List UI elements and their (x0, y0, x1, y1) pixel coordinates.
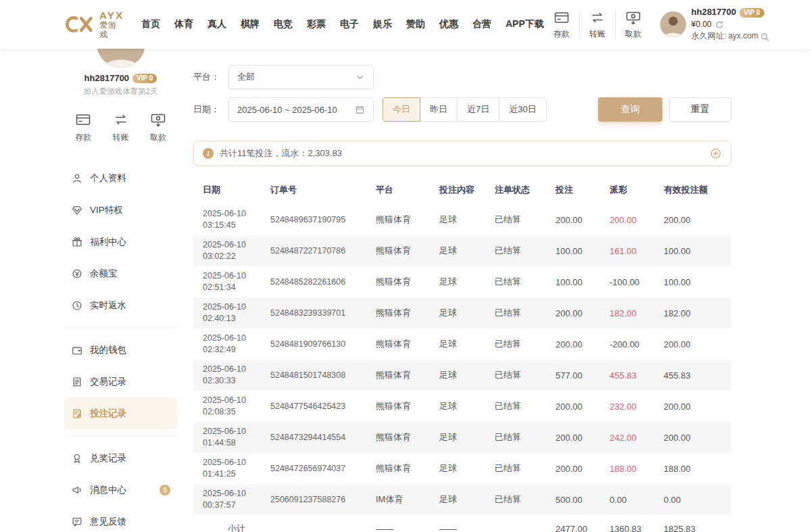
cell-status: 已结算 (495, 493, 556, 506)
cell-order-number: 5248481501748308 (270, 370, 376, 380)
nav-partnership[interactable]: 合营 (472, 18, 491, 30)
cell-bet-content: 足球 (439, 307, 495, 319)
sidebar-item-yuebao[interactable]: 余额宝 (64, 258, 177, 289)
header-right: 存款转账取款 hh2817700 VIP 0 ¥0.00 永久网址: ayx.c… (544, 6, 770, 43)
table-row[interactable]: 2025-06-1002:08:355248477546425423熊猫体育足球… (193, 391, 731, 422)
cell-status: 已结算 (495, 307, 556, 319)
coin-icon (71, 268, 83, 280)
cell-valid-bet: 188.00 (664, 464, 719, 474)
column-header: 注单状态 (495, 184, 556, 196)
bet-records-table: 日期订单号平台投注内容注单状态投注派彩有效投注额2025-06-1003:15:… (193, 176, 731, 532)
sidebar-transfer-button[interactable]: 转账 (105, 112, 137, 143)
nav-sports[interactable]: 体育 (174, 18, 193, 30)
header-transfer-button[interactable]: 转账 (579, 9, 615, 40)
table-row[interactable]: 2025-06-1002:30:335248481501748308熊猫体育足球… (193, 360, 731, 391)
reset-button[interactable]: 重置 (669, 97, 731, 122)
cell-payout: 455.83 (610, 370, 664, 381)
sidebar: hh2817700 VIP 0 加入爱游戏体育第2天 存款转账取款 个人资料VI… (64, 49, 177, 532)
cell-bet-amount: 577.00 (556, 370, 610, 381)
platform-select[interactable]: 全部 (228, 65, 374, 89)
cell-valid-bet: 200.00 (664, 215, 719, 225)
cell-order-number: 2506091237588276 (270, 495, 376, 504)
cell-payout: 0.00 (610, 495, 664, 505)
cell-bet-amount: 100.00 (556, 277, 610, 287)
date-range-input[interactable]: 2025-06-10 ~ 2025-06-10 (228, 97, 374, 122)
search-icon[interactable] (760, 32, 770, 42)
nav-entertainment[interactable]: 娱乐 (373, 18, 392, 30)
table-row[interactable]: 2025-06-1001:41:255248472656974037熊猫体育足球… (193, 453, 731, 484)
cell-bet-content: 足球 (439, 276, 495, 288)
table-row[interactable]: 2025-06-1001:44:585248473294414554熊猫体育足球… (193, 422, 731, 453)
table-row[interactable]: 2025-06-1002:51:345248485282261606熊猫体育足球… (193, 266, 731, 297)
sidebar-item-vip-privileges[interactable]: VIP特权 (64, 194, 177, 226)
footer-bet-total: 2477.00 (556, 524, 610, 532)
sidebar-withdraw-label: 取款 (150, 132, 166, 143)
sidebar-item-realtime-rebate[interactable]: 实时返水 (64, 289, 177, 321)
info-icon: i (203, 148, 214, 159)
cell-bet-content: 足球 (439, 369, 495, 381)
welfare-icon (71, 236, 83, 248)
cell-bet-content: 足球 (439, 493, 495, 506)
nav-app-download[interactable]: APP下载 (506, 18, 544, 30)
table-row[interactable]: 2025-06-1003:15:455248489637190795熊猫体育足球… (193, 204, 731, 235)
header-withdraw-button[interactable]: 取款 (615, 9, 651, 40)
refresh-balance-icon[interactable] (714, 20, 724, 30)
cell-order-number: 5248487227170786 (270, 246, 376, 256)
column-header: 日期 (203, 184, 270, 196)
nav-slots[interactable]: 电子 (340, 18, 359, 30)
nav-promotions[interactable]: 优惠 (439, 18, 458, 30)
sidebar-item-my-wallet[interactable]: 我的钱包 (64, 334, 177, 366)
range-last-7-days-button[interactable]: 近7日 (457, 97, 499, 122)
sidebar-quick-actions: 存款转账取款 (64, 112, 177, 143)
header-quick-actions: 存款转账取款 (544, 9, 651, 40)
table-row[interactable]: 2025-06-1000:37:572506091237588276IM体育足球… (193, 484, 731, 515)
search-button[interactable]: 查询 (598, 97, 662, 122)
expand-circle-icon[interactable] (710, 147, 722, 160)
sidebar-deposit-button[interactable]: 存款 (67, 112, 99, 143)
range-yesterday-button[interactable]: 昨日 (420, 97, 458, 122)
sidebar-item-prize-records[interactable]: 兑奖记录 (64, 442, 177, 474)
sidebar-item-bet-records[interactable]: 投注记录 (64, 397, 177, 429)
range-today-button[interactable]: 今日 (383, 97, 420, 122)
footer-content-dash: —— (439, 524, 495, 532)
sidebar-item-transaction-records[interactable]: 交易记录 (64, 366, 177, 397)
cell-payout: -200.00 (610, 339, 664, 349)
table-row[interactable]: 2025-06-1003:02:225248487227170786熊猫体育足球… (193, 235, 731, 266)
column-header: 投注内容 (439, 184, 495, 196)
user-avatar[interactable] (660, 11, 686, 37)
transactions-icon (71, 376, 83, 388)
date-filter-row: 日期： 2025-06-10 ~ 2025-06-10 今日昨日近7日近30日 … (193, 97, 731, 122)
nav-lottery[interactable]: 彩票 (307, 18, 326, 30)
withdraw-icon (625, 9, 641, 26)
cell-valid-bet: 182.00 (664, 308, 719, 318)
cell-order-number: 5248485282261606 (270, 277, 376, 287)
table-row[interactable]: 2025-06-1002:40:135248483239339701熊猫体育足球… (193, 297, 731, 329)
cell-status: 已结算 (495, 338, 556, 350)
cell-bet-content: 足球 (439, 462, 495, 475)
range-last-30-days-button[interactable]: 近30日 (499, 97, 546, 122)
table-row[interactable]: 2025-06-1002:32:495248481909766130熊猫体育足球… (193, 329, 731, 360)
wallet-icon (71, 344, 83, 356)
nav-esports[interactable]: 电竞 (274, 18, 293, 30)
nav-chess[interactable]: 棋牌 (241, 18, 260, 30)
cell-payout: 242.00 (610, 433, 664, 443)
nav-sponsorship[interactable]: 赞助 (406, 18, 425, 30)
sidebar-item-label: 兑奖记录 (90, 452, 126, 464)
profile-icon (71, 172, 83, 185)
header-deposit-button[interactable]: 存款 (544, 9, 579, 40)
sidebar-item-welfare-center[interactable]: 福利中心 (64, 226, 177, 258)
deposit-icon (554, 9, 570, 26)
sidebar-withdraw-button[interactable]: 取款 (142, 112, 174, 143)
sidebar-item-message-center[interactable]: 消息中心9 (64, 474, 177, 506)
cell-payout: 182.00 (610, 308, 664, 318)
sidebar-transfer-label: 转账 (113, 132, 129, 143)
table-footer-row: 小计————2477.001360.831825.83 (193, 515, 731, 532)
sidebar-item-label: 个人资料 (90, 172, 126, 185)
nav-live[interactable]: 真人 (207, 18, 226, 30)
sidebar-item-profile[interactable]: 个人资料 (64, 162, 177, 194)
nav-home[interactable]: 首页 (141, 18, 160, 30)
logo-subtitle: 爱游戏 (99, 21, 125, 40)
logo[interactable]: AYX 爱游戏 (64, 9, 125, 40)
sidebar-item-feedback[interactable]: 意见反馈 (64, 506, 177, 532)
cell-platform: 熊猫体育 (376, 462, 439, 475)
